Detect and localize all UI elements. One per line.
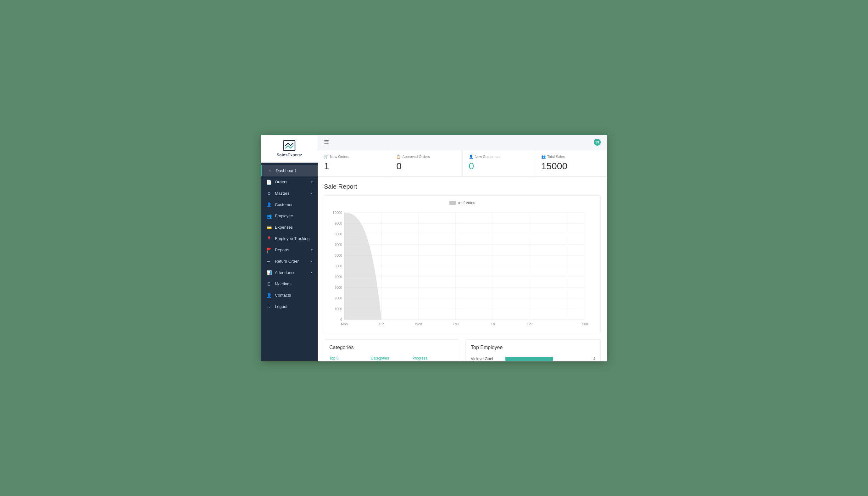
sidebar-nav: ⌂ Dashboard 📄 Orders ▾ ⚙ Masters ▾ 👤 Cus… (261, 162, 318, 361)
svg-text:1000: 1000 (335, 307, 342, 311)
svg-text:Tue: Tue (379, 322, 385, 326)
categories-title: Categories (329, 345, 454, 351)
nav-label: Masters (275, 191, 289, 196)
nav-label: Customer (275, 202, 293, 207)
nav-icon: ↩ (266, 259, 272, 264)
stat-label: 👥 Total Sales (541, 154, 601, 159)
sidebar-item-meetings[interactable]: 🗓 Meetings (261, 278, 318, 290)
nav-label: Reports (275, 248, 289, 252)
nav-item-left: 📊 Attendance (266, 270, 296, 275)
col-top5: Top 5 (329, 356, 371, 360)
stat-value: 15000 (541, 161, 601, 171)
sidebar-item-employee-tracking[interactable]: 📍 Employee Tracking (261, 233, 318, 244)
sidebar-item-customer[interactable]: 👤 Customer (261, 199, 318, 211)
nav-chevron-icon: ▾ (311, 271, 313, 274)
categories-panel: Categories Top 5 Categories Progress (324, 339, 459, 361)
logo: SalesExpertz (261, 135, 318, 162)
nav-icon: 👤 (266, 293, 272, 298)
stat-card-2: 👤 New Customers 0 (463, 150, 535, 176)
chart-legend: # of Votes (329, 201, 595, 205)
nav-label: Expenses (275, 225, 293, 230)
nav-label: Dashboard (276, 168, 296, 173)
employee-bar-wrap (505, 357, 585, 361)
svg-text:10000: 10000 (332, 211, 342, 215)
nav-icon: 💳 (266, 225, 272, 230)
content-area: Sale Report # of Votes 10000 9000 8000 (318, 177, 607, 361)
nav-icon: 📄 (266, 180, 272, 185)
nav-item-left: 💳 Expenses (266, 225, 293, 230)
bottom-panels: Categories Top 5 Categories Progress Top… (324, 339, 601, 361)
sidebar-item-attendance[interactable]: 📊 Attendance ▾ (261, 267, 318, 278)
notification-badge[interactable]: 29 (594, 139, 601, 145)
nav-icon: 📍 (266, 236, 272, 241)
svg-text:Sun: Sun (582, 322, 588, 326)
topbar-right: 29 (594, 139, 601, 145)
sidebar-item-employee[interactable]: 👥 Employee (261, 211, 318, 222)
nav-icon: 📊 (266, 270, 272, 275)
stat-value: 0 (469, 161, 528, 171)
svg-text:5000: 5000 (335, 264, 342, 268)
nav-item-left: ⚙ Masters (266, 191, 289, 196)
categories-header: Top 5 Categories Progress (329, 354, 454, 361)
stat-label-text: New Orders (330, 155, 349, 158)
nav-label: Logout (275, 304, 287, 309)
nav-label: Meetings (275, 281, 291, 286)
chart-area: 10000 9000 8000 7000 6000 5000 4000 3000… (329, 208, 595, 328)
nav-icon: ⚙ (266, 191, 272, 196)
svg-text:2000: 2000 (335, 296, 342, 300)
stat-value: 1 (324, 161, 383, 171)
sidebar-item-expenses[interactable]: 💳 Expenses (261, 222, 318, 233)
svg-text:Fri: Fri (491, 322, 495, 326)
svg-text:Sat: Sat (527, 322, 533, 326)
sidebar-item-return-order[interactable]: ↩ Return Order ▾ (261, 256, 318, 267)
nav-icon: 👥 (266, 214, 272, 219)
nav-item-left: 👥 Employee (266, 214, 293, 219)
svg-text:Wed: Wed (415, 322, 422, 326)
sidebar-item-dashboard[interactable]: ⌂ Dashboard (261, 165, 318, 176)
svg-text:Thu: Thu (453, 322, 459, 326)
nav-item-left: 👤 Customer (266, 202, 293, 207)
nav-item-left: ⌂ Dashboard (267, 168, 296, 173)
nav-label: Orders (275, 180, 287, 184)
employee-count: 4 (588, 357, 595, 361)
stats-row: 🛒 New Orders 1 📋 Approved Orders 0 👤 New… (318, 150, 607, 177)
stat-value: 0 (396, 161, 456, 171)
menu-icon[interactable]: ☰ (324, 139, 329, 145)
nav-chevron-icon: ▾ (311, 260, 313, 263)
top-employee-panel: Top Employee Vinlove Goel 4 (465, 339, 601, 361)
nav-label: Employee (275, 214, 293, 218)
stat-icon: 📋 (396, 154, 401, 159)
nav-icon: 👤 (266, 202, 272, 207)
nav-icon: ⎋ (266, 304, 272, 309)
legend-label: # of Votes (458, 201, 475, 205)
nav-item-left: ↩ Return Order (266, 259, 299, 264)
sidebar-item-contacts[interactable]: 👤 Contacts (261, 290, 318, 301)
svg-text:6000: 6000 (335, 253, 342, 257)
logo-text: SalesExpertz (277, 153, 302, 157)
sidebar-item-reports[interactable]: 🚩 Reports ▾ (261, 244, 318, 256)
svg-text:7000: 7000 (335, 243, 342, 247)
topbar: ☰ 29 (318, 135, 607, 150)
stat-label: 🛒 New Orders (324, 154, 383, 159)
svg-text:Mon: Mon (341, 322, 348, 326)
stat-label-text: Approved Orders (402, 155, 430, 158)
sidebar-item-orders[interactable]: 📄 Orders ▾ (261, 176, 318, 188)
svg-text:0: 0 (340, 318, 342, 322)
nav-chevron-icon: ▾ (311, 248, 313, 252)
nav-item-left: 📍 Employee Tracking (266, 236, 310, 241)
nav-chevron-icon: ▾ (311, 191, 313, 195)
sidebar-item-masters[interactable]: ⚙ Masters ▾ (261, 188, 318, 199)
col-categories: Categories (371, 356, 412, 360)
stat-label: 👤 New Customers (469, 154, 528, 159)
svg-text:3000: 3000 (335, 285, 342, 289)
top-employee-title: Top Employee (471, 345, 595, 351)
sidebar-item-logout[interactable]: ⎋ Logout (261, 301, 318, 312)
sale-report-title: Sale Report (324, 183, 601, 190)
stat-card-0: 🛒 New Orders 1 (318, 150, 390, 176)
nav-icon: ⌂ (267, 168, 273, 173)
stat-label-text: Total Sales (547, 155, 565, 158)
svg-text:9000: 9000 (335, 221, 342, 225)
nav-label: Attendance (275, 270, 296, 275)
employee-bar (505, 357, 553, 361)
stat-card-3: 👥 Total Sales 15000 (535, 150, 607, 176)
